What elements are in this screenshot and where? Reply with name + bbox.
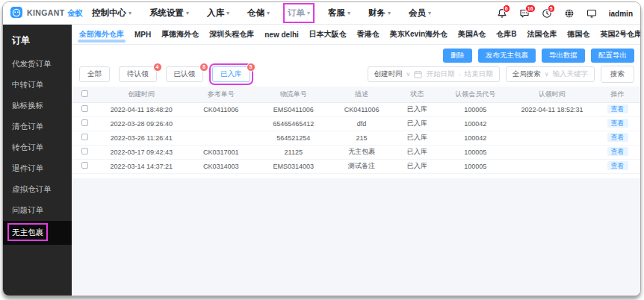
- username-label[interactable]: iadmin: [609, 10, 633, 18]
- export-data-button[interactable]: 导出数据: [542, 49, 585, 63]
- filter-label: 已入库: [220, 69, 242, 78]
- bell-badge: 6: [503, 4, 510, 13]
- filter-stored-button[interactable]: 已入库5: [212, 66, 250, 82]
- column-member-code: 认领会员代号: [442, 87, 510, 102]
- cell-created: 2022-04-11 18:48:20: [97, 102, 185, 116]
- table-row: 2022-03-26 11:26:41 564521254 215 已入库 10…: [72, 131, 640, 145]
- sidebar-item-dropship-orders[interactable]: 代发货订单: [3, 54, 72, 75]
- end-date-input[interactable]: 结束日期: [465, 69, 493, 79]
- cell-ref: [185, 131, 256, 145]
- tab-warehouse-b[interactable]: 仓库B: [491, 25, 521, 44]
- view-link[interactable]: 查看: [607, 133, 628, 142]
- nav-menu-members[interactable]: 会员▾: [409, 7, 431, 19]
- sidebar: 订单 代发货订单 中转订单 贴标换标 清仓订单 转仓订单 退件订单 虚拟仓订单 …: [3, 25, 72, 296]
- cell-claimed: [510, 131, 595, 145]
- filter-all-button[interactable]: 全部: [79, 66, 110, 82]
- brand-name: KINGANT 金蚁: [27, 8, 84, 19]
- brand-logo[interactable]: KINGANT 金蚁: [10, 5, 84, 22]
- nav-menu-finance[interactable]: 财务▾: [368, 7, 391, 19]
- select-all-checkbox[interactable]: [81, 90, 88, 97]
- cell-status: 已入库: [393, 159, 442, 173]
- tab-us-east-kevin[interactable]: 美东Kevin海外仓: [385, 25, 453, 44]
- cell-member: 100042: [442, 116, 510, 131]
- nav-menu-warehouse[interactable]: 仓储▾: [247, 7, 270, 19]
- filter-claimed-button[interactable]: 已认领8: [166, 66, 204, 82]
- sidebar-item-label: 无主包裹: [12, 228, 43, 237]
- nav-menu-customer-service[interactable]: 客服▾: [328, 7, 350, 19]
- cell-member: 100005: [442, 159, 510, 173]
- filter-bar: 全部 待认领4 已认领8 已入库5 创建时间 ∨ 开始日期 - 结束日期: [72, 64, 640, 87]
- row-checkbox[interactable]: [81, 105, 88, 112]
- row-checkbox[interactable]: [81, 134, 88, 140]
- cell-claimed: [510, 145, 595, 159]
- tab-new-delhi[interactable]: new delhi: [259, 25, 304, 44]
- sidebar-item-problem-orders[interactable]: 问题订单: [3, 200, 72, 221]
- filter-label: 待认领: [127, 69, 149, 78]
- nav-menu-system-settings[interactable]: 系统设置▾: [149, 7, 189, 19]
- nav-menu-orders[interactable]: 订单▾: [288, 7, 310, 19]
- cell-claimed: [510, 116, 595, 131]
- sidebar-item-virtual-warehouse-orders[interactable]: 虚拟仓订单: [3, 179, 72, 200]
- nav-menu-control-center[interactable]: 控制中心▾: [92, 7, 131, 19]
- export-config-button[interactable]: 配置导出: [591, 49, 634, 63]
- table-row: 2022-03-17 09:42:43 CK0317001 21125 无主包裹…: [72, 145, 640, 159]
- view-link[interactable]: 查看: [607, 161, 628, 170]
- delete-button[interactable]: 删除: [443, 49, 472, 63]
- tab-shenzhen-first-leg[interactable]: 深圳头程仓库: [204, 25, 259, 44]
- nav-right-icons: 6 16 5 iadmin: [497, 8, 633, 19]
- globe-icon[interactable]: [564, 8, 575, 19]
- search-controls: 创建时间 ∨ 开始日期 - 结束日期 全局搜索 ∨ 输入关键字: [368, 66, 634, 83]
- tab-us-a[interactable]: 美国A仓: [453, 25, 491, 44]
- row-checkbox[interactable]: [81, 148, 88, 154]
- claimed-count-badge: 8: [199, 63, 208, 72]
- bell-icon[interactable]: 6: [497, 8, 507, 19]
- start-date-input[interactable]: 开始日期: [426, 69, 454, 79]
- publish-unclaimed-button[interactable]: 发布无主包裹: [478, 49, 536, 63]
- chat-icon[interactable]: 16: [519, 8, 530, 19]
- filter-pending-claim-button[interactable]: 待认领4: [119, 66, 157, 82]
- tab-houde-overseas[interactable]: 厚德海外仓: [156, 25, 204, 44]
- column-tracking-no: 物流单号: [256, 87, 330, 102]
- view-link[interactable]: 查看: [607, 147, 628, 156]
- sidebar-item-unclaimed-packages[interactable]: 无主包裹: [3, 221, 72, 245]
- tab-mph[interactable]: MPH: [129, 25, 156, 44]
- cell-desc: 无主包裹: [330, 145, 393, 159]
- tab-france[interactable]: 法国仓库: [522, 25, 563, 44]
- cell-member: 100042: [442, 131, 510, 145]
- date-range-control[interactable]: 创建时间 ∨ 开始日期 - 结束日期: [368, 66, 500, 82]
- tab-all-overseas-warehouses[interactable]: 全部海外仓库: [74, 25, 129, 44]
- global-search-control[interactable]: 全局搜索 ∨ 输入关键字: [506, 66, 595, 82]
- sidebar-item-return-orders[interactable]: 退件订单: [3, 158, 72, 179]
- row-checkbox[interactable]: [81, 162, 88, 169]
- chevron-down-icon: ▾: [347, 10, 350, 16]
- cell-created: 2022-03-17 09:42:43: [97, 145, 185, 159]
- date-field-select[interactable]: 创建时间: [374, 69, 403, 79]
- keyword-input[interactable]: 输入关键字: [553, 69, 589, 79]
- clock-icon[interactable]: 5: [542, 8, 552, 19]
- view-link[interactable]: 查看: [607, 104, 628, 113]
- search-button[interactable]: 搜索: [601, 66, 634, 83]
- table-row: 2022-03-14 14:37:21 CK0314003 EMS0314003…: [72, 159, 640, 173]
- row-checkbox[interactable]: [81, 119, 88, 126]
- view-link[interactable]: 查看: [607, 119, 628, 128]
- column-claim-time: 认领时间: [510, 87, 595, 102]
- sidebar-item-clearance-orders[interactable]: 清仓订单: [3, 116, 72, 137]
- tab-japan-osaka[interactable]: 日本大阪仓: [304, 25, 352, 44]
- sidebar-item-label: 退件订单: [12, 163, 43, 172]
- cell-tracking: EMS0314003: [256, 159, 330, 173]
- sidebar-item-relabel[interactable]: 贴标换标: [3, 96, 72, 116]
- sidebar-item-transit-orders[interactable]: 中转订单: [3, 75, 72, 96]
- tab-uk-2[interactable]: 英国2号仓库: [595, 25, 641, 44]
- tab-germany[interactable]: 德国仓: [563, 25, 595, 44]
- nav-menu-inbound[interactable]: 入库▾: [207, 7, 229, 19]
- sidebar-item-transfer-orders[interactable]: 转仓订单: [3, 137, 72, 158]
- clock-badge: 5: [548, 4, 555, 13]
- monitor-icon[interactable]: [586, 8, 597, 19]
- chevron-down-icon: ▾: [129, 10, 131, 16]
- sidebar-item-label: 转仓订单: [12, 143, 43, 151]
- cell-claimed: 2022-04-11 18:52:31: [510, 102, 595, 116]
- tab-hongkong[interactable]: 香港仓: [352, 25, 385, 44]
- search-field-select[interactable]: 全局搜索: [513, 69, 541, 79]
- nav-menu-label: 控制中心: [92, 7, 126, 19]
- column-status: 状态: [393, 87, 442, 102]
